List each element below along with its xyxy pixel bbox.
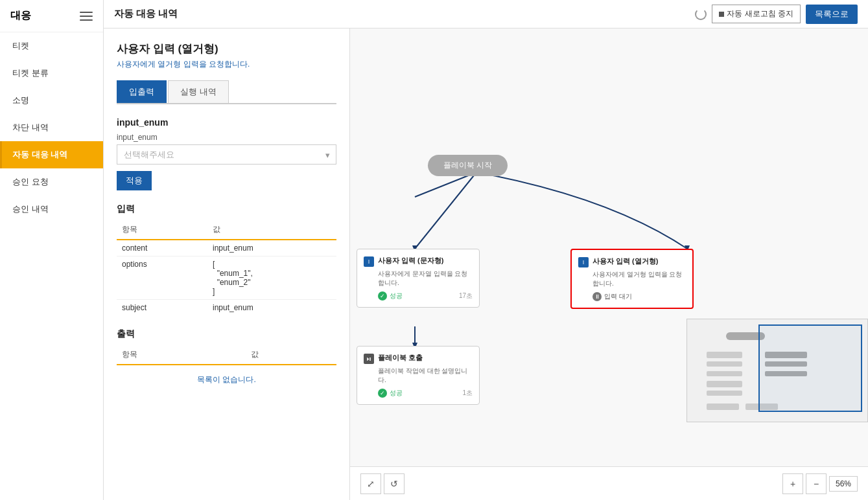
input-table-title: 입력 (117, 203, 336, 215)
node2-waiting-status: ⏸ 입력 대기 (592, 292, 632, 301)
left-panel: 사용자 입력 (열거형) 사용자에게 열거형 입력을 요청합니다. 입출력 실행… (104, 28, 350, 500)
sidebar-item-approval-req[interactable]: 승인 요청 (0, 168, 103, 196)
output-table-title: 출력 (117, 328, 336, 340)
fit-view-button[interactable]: ⤢ (360, 473, 381, 494)
reset-view-button[interactable]: ↺ (384, 473, 405, 494)
node-card-1[interactable]: I 사용자 입력 (문자형) 사용자에게 문자열 입력을 요청합니다. ✓ 성공… (357, 249, 480, 308)
zoom-level-label: 56% (829, 476, 858, 492)
col-header-key: 항목 (117, 220, 207, 240)
node1-success-status: ✓ 성공 (378, 291, 403, 301)
node3-status: ✓ 성공 1초 (364, 389, 473, 398)
sidebar-item-ticket-class[interactable]: 티켓 분류 (0, 60, 103, 87)
out-col-val: 값 (246, 345, 336, 365)
field-label: input_enum (117, 133, 336, 142)
node3-icon: ⏯ (364, 354, 374, 364)
row-key-content: content (117, 240, 207, 256)
node3-desc: 플레이북 작업에 대한 설명입니다. (364, 367, 473, 385)
table-row: options [ "enum_1", "enum_2"] (117, 256, 336, 300)
topbar: 자동 대응 내역 자동 새로고침 중지 목록으로 (104, 0, 868, 28)
flow-area: 플레이북 시작 I 사용자 입력 (문자형) 사용자에게 문자열 입력을 요청합… (350, 28, 868, 461)
node3-header: ⏯ 플레이북 호출 (364, 353, 473, 364)
table-row: content input_enum (117, 240, 336, 256)
tabs: 입출력 실행 내역 (117, 80, 336, 104)
sidebar-item-approval-hist[interactable]: 승인 내역 (0, 196, 103, 223)
out-col-key: 항목 (117, 345, 246, 365)
sidebar-item-appeal[interactable]: 소명 (0, 87, 103, 114)
check-circle-icon-3: ✓ (378, 389, 387, 398)
loading-spinner-icon (695, 8, 707, 20)
start-node: 플레이북 시작 (428, 155, 508, 176)
sidebar-item-ticket[interactable]: 티켓 (0, 32, 103, 60)
node1-title: 사용자 입력 (문자형) (378, 256, 443, 265)
output-table: 항목 값 목록이 없습니다. (117, 345, 336, 394)
toolbar-right: + − 56% (782, 473, 858, 494)
tab-io[interactable]: 입출력 (117, 80, 167, 103)
stop-square-icon (719, 12, 724, 17)
node-card-3[interactable]: ⏯ 플레이북 호출 플레이북 작업에 대한 설명입니다. ✓ 성공 1초 (357, 346, 480, 405)
minimap (686, 319, 868, 422)
content-area: 사용자 입력 (열거형) 사용자에게 열거형 입력을 요청합니다. 입출력 실행… (104, 28, 868, 500)
panel-subtitle: 사용자에게 열거형 입력을 요청합니다. (117, 59, 336, 70)
input-table-section: 입력 항목 값 content input_enum (117, 203, 336, 315)
zoom-in-button[interactable]: + (782, 473, 803, 494)
node3-time: 1초 (462, 389, 473, 398)
main-area: 자동 대응 내역 자동 새로고침 중지 목록으로 사용자 입력 (열거형) 사용… (104, 0, 868, 500)
enum-select[interactable]: 선택해주세요 (117, 144, 336, 165)
row-key-options: options (117, 256, 207, 300)
node2-icon: I (578, 257, 589, 267)
back-to-list-button[interactable]: 목록으로 (806, 5, 858, 24)
select-wrapper: 선택해주세요 ▾ (117, 144, 336, 165)
sidebar-item-auto-response[interactable]: 자동 대응 내역 (0, 141, 103, 168)
stop-refresh-button[interactable]: 자동 새로고침 중지 (712, 5, 801, 23)
page-title: 자동 대응 내역 (114, 8, 178, 20)
node2-desc: 사용자에게 열거형 입력을 요청합니다. (578, 270, 686, 288)
node-card-2[interactable]: I 사용자 입력 (열거형) 사용자에게 열거형 입력을 요청합니다. ⏸ 입력… (570, 249, 694, 309)
sidebar-header: 대응 (0, 0, 103, 32)
node2-status: ⏸ 입력 대기 (578, 292, 686, 301)
zoom-out-button[interactable]: − (806, 473, 827, 494)
svg-line-0 (415, 172, 476, 249)
monitor-icon (80, 12, 93, 21)
topbar-actions: 자동 새로고침 중지 목록으로 (695, 5, 858, 24)
empty-row: 목록이 없습니다. (117, 365, 336, 394)
node1-status: ✓ 성공 17초 (364, 291, 473, 301)
check-circle-icon: ✓ (378, 291, 387, 301)
output-table-section: 출력 항목 값 목록이 없습니다. (117, 328, 336, 394)
node2-header: I 사용자 입력 (열거형) (578, 256, 686, 267)
table-row: subject input_enum (117, 300, 336, 316)
minimap-inner (687, 319, 867, 422)
row-val-subject: input_enum (207, 300, 336, 316)
toolbar-left: ⤢ ↺ (360, 473, 405, 494)
empty-message: 목록이 없습니다. (117, 365, 336, 394)
node2-title: 사용자 입력 (열거형) (592, 256, 658, 266)
apply-button[interactable]: 적용 (117, 171, 152, 190)
col-header-value: 값 (207, 220, 336, 240)
tab-exec-history[interactable]: 실행 내역 (168, 80, 229, 103)
row-val-options: [ "enum_1", "enum_2"] (207, 256, 336, 300)
node3-success-status: ✓ 성공 (378, 389, 403, 398)
node1-time: 17초 (459, 291, 473, 301)
canvas-toolbar: ⤢ ↺ + − 56% (350, 466, 868, 500)
node1-desc: 사용자에게 문자열 입력을 요청합니다. (364, 269, 473, 288)
wait-circle-icon: ⏸ (592, 292, 602, 301)
node1-icon: I (364, 256, 374, 267)
input-section-label: input_enum (117, 117, 336, 128)
input-table: 항목 값 content input_enum options [ "enu (117, 220, 336, 315)
row-val-content: input_enum (207, 240, 336, 256)
sidebar: 대응 티켓 티켓 분류 소명 차단 내역 자동 대응 내역 승인 요청 승인 내… (0, 0, 104, 500)
node1-header: I 사용자 입력 (문자형) (364, 256, 473, 267)
sidebar-title: 대응 (10, 9, 31, 23)
row-key-subject: subject (117, 300, 207, 316)
sidebar-item-block-history[interactable]: 차단 내역 (0, 114, 103, 141)
canvas-panel[interactable]: 플레이북 시작 I 사용자 입력 (문자형) 사용자에게 문자열 입력을 요청합… (350, 28, 868, 500)
panel-title: 사용자 입력 (열거형) (117, 41, 336, 56)
node3-title: 플레이북 호출 (378, 353, 423, 362)
